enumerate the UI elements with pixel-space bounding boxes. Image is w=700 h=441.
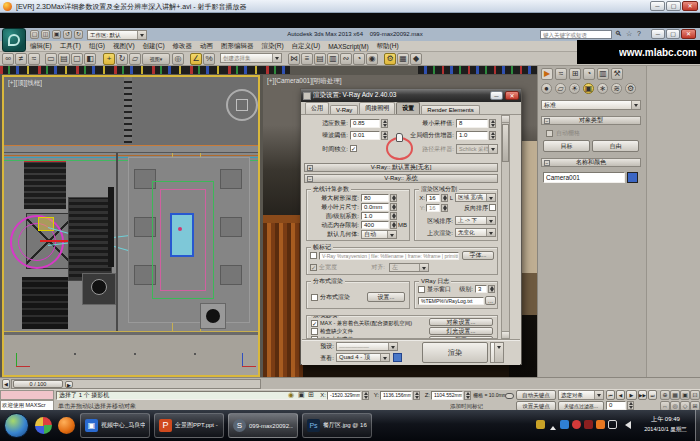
- region-x-spinner[interactable]: [441, 194, 448, 202]
- taskbar-item-photoshop[interactable]: Ps 餐厅区.jpg @ 16...: [302, 413, 372, 438]
- maxscript-listener-pink[interactable]: [0, 390, 54, 400]
- time-slider-next-button[interactable]: ▶: [65, 381, 73, 388]
- region-mode-dropdown[interactable]: 区域 宽/高: [455, 193, 496, 202]
- path-sampler-dropdown[interactable]: Schlick 采样: [456, 144, 498, 154]
- search-icon[interactable]: 🔍︎: [615, 29, 622, 39]
- render-setup-icon[interactable]: ⚙: [384, 53, 396, 65]
- tab-utilities-icon[interactable]: ⚒: [611, 68, 623, 80]
- reverse-sort-checkbox[interactable]: [489, 204, 496, 211]
- favorites-star-icon[interactable]: ☆: [626, 29, 632, 39]
- dialog-titlebar[interactable]: 渲染设置: V-Ray Adv 2.40.03: [301, 89, 521, 102]
- menu-graph-editors[interactable]: 图形编辑器: [221, 42, 254, 51]
- viewport-top[interactable]: [+][顶][线框]: [2, 75, 260, 377]
- free-camera-button[interactable]: 自由: [592, 140, 639, 152]
- collapse-icon[interactable]: [544, 118, 550, 124]
- rollout-object-type[interactable]: 对象类型: [541, 116, 641, 125]
- align-icon[interactable]: ≡: [301, 53, 313, 65]
- help-icon[interactable]: ?: [637, 29, 641, 39]
- play-button[interactable]: ▶: [626, 390, 637, 400]
- rotate-icon[interactable]: ↻: [116, 53, 128, 65]
- player-close-button[interactable]: [682, 1, 698, 11]
- coords-mode-icon[interactable]: ⊞: [308, 390, 314, 400]
- previous-render-dropdown[interactable]: 无变化: [455, 228, 496, 237]
- autogrid-checkbox[interactable]: [546, 130, 553, 137]
- tray-network-icon[interactable]: [608, 420, 617, 429]
- category-shapes-icon[interactable]: ▱: [555, 83, 566, 94]
- render-button[interactable]: 渲染: [422, 342, 488, 363]
- region-y-field[interactable]: 16: [426, 204, 440, 212]
- category-lights-icon[interactable]: ☀: [569, 83, 580, 94]
- coord-z-field[interactable]: 1104.552mm: [431, 391, 463, 400]
- current-frame-field[interactable]: 0: [606, 401, 626, 410]
- player-minimize-button[interactable]: [650, 1, 665, 11]
- select-link-icon[interactable]: ∞: [2, 53, 14, 65]
- tray-bluetooth-icon[interactable]: [560, 420, 569, 429]
- rollout-name-color[interactable]: 名称和颜色: [541, 158, 641, 167]
- rect-selection-region-icon[interactable]: ▢: [71, 53, 83, 65]
- go-to-start-button[interactable]: ⏮︎: [606, 390, 615, 400]
- frame-stamp-field[interactable]: V-Ray %vrayversion | file: %filename | f…: [319, 252, 459, 260]
- adaptive-amount-field[interactable]: 0.85: [350, 119, 380, 128]
- taskbar-clock[interactable]: 上午 09:49 2014/10/1 星期三: [637, 414, 694, 434]
- isolate-selection-icon[interactable]: ◉: [288, 390, 294, 400]
- tray-volume-icon[interactable]: [621, 421, 631, 429]
- taskbar-item-player[interactable]: S 099-max20092...: [228, 413, 298, 438]
- zoom-icon[interactable]: ⊕: [660, 390, 670, 400]
- zoom-region-icon[interactable]: ⊡: [690, 390, 700, 400]
- menu-group[interactable]: 组(G): [89, 42, 105, 51]
- max-maximize-button[interactable]: [666, 29, 680, 39]
- log-browse-button[interactable]: ...: [485, 296, 496, 305]
- taskbar-item-video-center[interactable]: ▣ 视频中心_马良中...: [80, 413, 150, 438]
- tab-indirect-illumination[interactable]: 间接照明: [359, 102, 395, 114]
- render-production-icon[interactable]: ◆: [410, 53, 422, 65]
- tray-briefcase-icon[interactable]: [536, 420, 545, 429]
- viewport-top-label[interactable]: [+][顶][线框]: [8, 79, 42, 88]
- max-compatible-checkbox[interactable]: [311, 320, 318, 327]
- noise-threshold-field[interactable]: 0.01: [350, 131, 380, 140]
- show-desktop-button[interactable]: [695, 410, 700, 441]
- face-level-spinner[interactable]: [390, 212, 397, 220]
- frame-stamp-checkbox[interactable]: [310, 252, 317, 259]
- min-leaf-size-spinner[interactable]: [390, 203, 397, 211]
- global-subdivs-spinner[interactable]: [489, 131, 496, 140]
- menu-views[interactable]: 视图(V): [113, 42, 135, 51]
- scrollbar-down-arrow[interactable]: [502, 331, 509, 338]
- tab-common[interactable]: 公用: [305, 102, 329, 114]
- target-camera-button[interactable]: 目标: [543, 140, 590, 152]
- coord-y-spinner[interactable]: [413, 391, 420, 400]
- menu-rendering[interactable]: 渲染(R): [262, 42, 284, 51]
- next-frame-button[interactable]: ▶▶: [638, 390, 647, 400]
- tray-security-icon[interactable]: [584, 420, 593, 429]
- undo-icon[interactable]: ↺: [63, 30, 72, 39]
- distributed-settings-button[interactable]: 设置...: [367, 292, 405, 302]
- category-cameras-icon[interactable]: ▣: [583, 83, 594, 94]
- save-file-icon[interactable]: ▣: [52, 30, 61, 39]
- open-file-icon[interactable]: ◫: [41, 30, 50, 39]
- coord-z-spinner[interactable]: [464, 391, 471, 400]
- window-crossing-icon[interactable]: ◧: [84, 53, 96, 65]
- dialog-close-button[interactable]: [505, 91, 519, 100]
- new-scene-icon[interactable]: ▢: [30, 30, 39, 39]
- log-path-field[interactable]: %TEMP%\VRayLog.txt: [418, 297, 484, 305]
- quicklaunch-player-icon[interactable]: [35, 417, 52, 434]
- menu-edit[interactable]: 编辑(E): [30, 42, 52, 51]
- taskbar-item-powerpoint[interactable]: P 全景图PPT.ppt - ...: [154, 413, 224, 438]
- selection-lock-icon[interactable]: ▣: [298, 390, 305, 400]
- viewport-camera-label[interactable]: [+][Camera001][明暗处理]: [267, 77, 342, 86]
- add-time-tag[interactable]: 添加时间标记: [450, 403, 504, 410]
- reference-coordinate-icon[interactable]: 视图▾: [142, 53, 170, 65]
- rendered-frame-window-icon[interactable]: ▦: [397, 53, 409, 65]
- use-pivot-center-icon[interactable]: ◎: [172, 53, 184, 65]
- curve-editor-icon[interactable]: ∾: [340, 53, 352, 65]
- tab-display-icon[interactable]: ▥: [597, 68, 609, 80]
- stamp-font-button[interactable]: 字体...: [462, 251, 494, 260]
- max-tree-depth-spinner[interactable]: [390, 194, 397, 202]
- set-key-icon[interactable]: [505, 393, 514, 399]
- tab-settings[interactable]: 设置: [396, 102, 420, 114]
- collapse-icon[interactable]: [544, 160, 550, 166]
- tab-create-icon[interactable]: ▶: [541, 68, 553, 80]
- tray-expand-icon[interactable]: [550, 423, 556, 430]
- scrollbar-thumb[interactable]: [502, 124, 509, 162]
- bind-spacewarp-icon[interactable]: ≈: [28, 53, 40, 65]
- menu-animation[interactable]: 动画: [200, 42, 213, 51]
